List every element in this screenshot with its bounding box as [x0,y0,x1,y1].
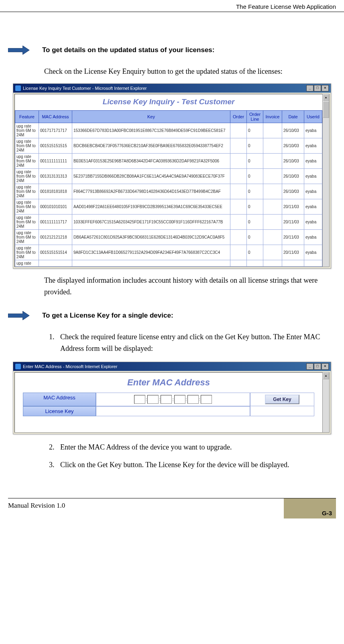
get-key-button[interactable]: Get Key [265,395,299,404]
table-cell: 001515151514 [39,245,72,260]
table-cell [230,214,247,229]
table-cell [263,123,282,138]
scroll-up-button[interactable]: ▴ [323,373,329,379]
table-row: upg rate from 6M to 24M001515151515BDCB6… [15,138,322,153]
table-cell: eyaba [304,184,322,199]
table-cell: upg rate from 6M to 24M [15,184,39,199]
svg-marker-0 [8,46,29,55]
mac-octet-3[interactable] [161,395,172,404]
table-cell [247,260,263,266]
table-cell [263,199,282,214]
table-cell [263,184,282,199]
table-cell [263,229,282,245]
step-1: Check the required feature license entry… [56,331,336,354]
table-cell: 001212121218 [39,229,72,245]
table-cell [230,168,247,184]
table-row: upg rate from 6M to 24M000101010101AAD01… [15,199,322,214]
table-cell: upg rate from 6M to 24M [15,245,39,260]
table-header: Invoice [263,110,282,123]
table-cell: 001111111111 [39,153,72,168]
table-row: upg rate [15,260,322,266]
arrow-right-icon [8,310,30,323]
mac-page-title: Enter MAC Address [23,373,314,393]
table-cell: 20/11/03 [282,214,304,229]
table-cell: upg rate from 6M to 24M [15,168,39,184]
table-cell: 0 [247,245,263,260]
window-titlebar: License Key Inquiry Test Customer - Micr… [13,84,331,93]
table-row: upg rate from 6M to 24M0015151515149A8FD… [15,245,322,260]
close-button[interactable]: × [322,363,329,370]
table-row: upg rate from 6M to 24M001212121218DB6AE… [15,229,322,245]
mac-octet-2[interactable] [147,395,159,404]
table-cell [230,229,247,245]
table-header: Order [230,110,247,123]
close-button[interactable]: × [322,85,329,91]
license-table: FeatureMAC AddressKeyOrderOrder LineInvo… [15,110,322,267]
table-cell: 1033EFFEF6067C1515A6203425FDE171F19C55CC… [72,214,230,229]
step-3: Click on the Get Key button. The License… [56,459,336,471]
table-cell: 001717171717 [39,123,72,138]
ie-icon [15,364,21,369]
table-cell [230,123,247,138]
table-cell [263,214,282,229]
mac-octet-6[interactable] [201,395,212,404]
table-cell [263,138,282,153]
table-cell: 001818181818 [39,184,72,199]
table-cell: AAD01498F22A61EE6480105F193FB9CD2B399513… [72,199,230,214]
inquiry-page-title: License Key Inquiry - Test Customer [15,94,322,110]
table-cell: 001313131313 [39,168,72,184]
table-cell: DB6AEA57261C801D925A3F9BC9D68311E628DE13… [72,229,230,245]
page-footer: Manual Revision 1.0 G-3 [8,498,336,518]
table-cell [263,153,282,168]
table-header: Order Line [247,110,263,123]
step-2: Enter the MAC Address of the device you … [56,441,336,453]
ie-icon [15,85,21,91]
table-cell: 26/10/03 [282,184,304,199]
minimize-button[interactable]: _ [306,363,313,370]
mac-octet-1[interactable] [134,395,145,404]
table-cell: 0 [247,153,263,168]
table-cell [263,168,282,184]
svg-marker-1 [8,311,29,320]
table-cell: eyaba [304,138,322,153]
table-header: Userid [304,110,322,123]
table-cell: BE0E51AF03153E25E96B7A8D6B3442D4FCA03893… [72,153,230,168]
table-row: upg rate from 6M to 24M001818181818F864C… [15,184,322,199]
page-header: The Feature License Web Application [0,0,344,12]
window-title: License Key Inquiry Test Customer - Micr… [23,86,147,91]
vertical-scrollbar[interactable]: ▴ [322,94,330,267]
table-cell [230,260,247,266]
table-cell [230,153,247,168]
scroll-thumb[interactable] [323,101,329,118]
maximize-button[interactable]: □ [314,363,321,370]
table-cell [230,199,247,214]
table-row: upg rate from 6M to 24M0011111117171033E… [15,214,322,229]
table-cell: eyaba [304,229,322,245]
mac-octet-4[interactable] [174,395,185,404]
table-cell: eyaba [304,123,322,138]
license-key-label: License Key [23,406,96,416]
body-paragraph-2: The displayed information includes accou… [44,275,336,298]
table-header: MAC Address [39,110,72,123]
table-cell: 26/10/03 [282,138,304,153]
table-cell [263,245,282,260]
table-cell [263,260,282,266]
table-cell [39,260,72,266]
table-cell: 5E2371BB7155DB866DB28CB08AA1FC6E11AC45A4… [72,168,230,184]
maximize-button[interactable]: □ [314,85,321,91]
scroll-up-button[interactable]: ▴ [323,94,329,101]
table-cell [230,138,247,153]
vertical-scrollbar[interactable]: ▴ [322,372,330,433]
window-titlebar: Enter MAC Address - Microsoft Internet E… [13,362,331,371]
table-cell: upg rate from 6M to 24M [15,229,39,245]
mac-octet-5[interactable] [187,395,199,404]
table-cell: eyaba [304,168,322,184]
table-cell: 26/10/03 [282,123,304,138]
mac-address-label: MAC Address [23,393,96,406]
table-cell: 20/11/03 [282,245,304,260]
table-cell: 0 [247,229,263,245]
minimize-button[interactable]: _ [306,85,313,91]
table-cell: 20/11/03 [282,199,304,214]
table-cell: 001515151515 [39,138,72,153]
table-cell: upg rate from 6M to 24M [15,138,39,153]
